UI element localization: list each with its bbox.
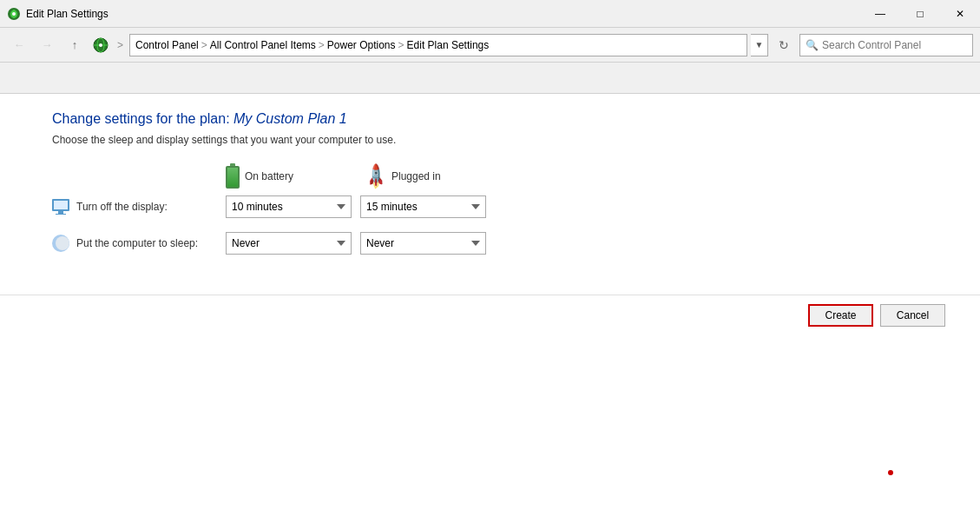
app-icon <box>7 7 21 21</box>
title-bar-controls: — □ ✕ <box>860 0 980 28</box>
search-icon: 🔍 <box>806 39 819 51</box>
main-content: Change settings for the plan: My Custom … <box>0 94 980 510</box>
sleep-plugged-select[interactable]: 1 minute 2 minutes 3 minutes 5 minutes 1… <box>360 232 486 255</box>
close-button[interactable]: ✕ <box>940 0 980 28</box>
title-bar: Edit Plan Settings — □ ✕ <box>0 0 980 28</box>
breadcrumb-dropdown[interactable]: ▼ <box>751 34 768 56</box>
page-heading: Change settings for the plan: My Custom … <box>52 111 945 127</box>
search-input[interactable] <box>822 39 967 51</box>
heading-prefix: Change settings for the plan: <box>52 111 233 126</box>
sleep-controls: 1 minute 2 minutes 3 minutes 5 minutes 1… <box>226 232 486 255</box>
svg-point-1 <box>12 12 16 16</box>
action-buttons: Create Cancel <box>0 295 980 335</box>
breadcrumb-all-items[interactable]: All Control Panel Items <box>210 39 316 51</box>
breadcrumb-control-panel[interactable]: Control Panel <box>135 39 199 51</box>
maximize-button[interactable]: □ <box>900 0 940 28</box>
red-dot <box>888 470 893 475</box>
col-header-battery: On battery <box>226 163 365 189</box>
breadcrumb-current: Edit Plan Settings <box>407 39 490 51</box>
svg-point-5 <box>99 43 102 47</box>
sleep-label: Put the computer to sleep: <box>76 237 198 249</box>
plugged-icon: 🚀 <box>360 161 391 191</box>
globe-icon <box>92 36 109 54</box>
minimize-button[interactable]: — <box>860 0 900 28</box>
display-plugged-select[interactable]: 1 minute 2 minutes 3 minutes 5 minutes 1… <box>360 195 486 218</box>
back-button[interactable]: ← <box>7 33 31 57</box>
setting-label-area-display: Turn off the display: <box>52 199 226 215</box>
display-battery-select[interactable]: 1 minute 2 minutes 3 minutes 5 minutes 1… <box>226 195 352 218</box>
refresh-button[interactable]: ↻ <box>772 33 796 57</box>
setting-row-display: Turn off the display: 1 minute 2 minutes… <box>52 195 945 218</box>
sleep-icon <box>52 235 69 252</box>
content-area: Change settings for the plan: My Custom … <box>0 94 980 286</box>
breadcrumb-power-options[interactable]: Power Options <box>327 39 396 51</box>
plugged-label: Plugged in <box>391 170 441 182</box>
title-bar-title: Edit Plan Settings <box>26 8 109 20</box>
sleep-battery-select[interactable]: 1 minute 2 minutes 3 minutes 5 minutes 1… <box>226 232 352 255</box>
page-description: Choose the sleep and display settings th… <box>52 134 945 146</box>
column-headers: On battery 🚀 Plugged in <box>226 163 945 189</box>
toolbar <box>0 63 980 94</box>
cancel-button[interactable]: Cancel <box>880 304 945 327</box>
breadcrumb-sep-0: > <box>117 39 123 51</box>
up-button[interactable]: ↑ <box>62 33 87 57</box>
title-bar-left: Edit Plan Settings <box>7 7 109 21</box>
create-button[interactable]: Create <box>808 304 873 327</box>
setting-label-area-sleep: Put the computer to sleep: <box>52 235 226 252</box>
col-header-plugged: 🚀 Plugged in <box>365 163 503 189</box>
address-breadcrumb[interactable]: Control Panel > All Control Panel Items … <box>129 34 747 56</box>
address-bar: ← → ↑ > Control Panel > All Control Pane… <box>0 28 980 63</box>
setting-row-sleep: Put the computer to sleep: 1 minute 2 mi… <box>52 232 945 255</box>
search-box: 🔍 <box>799 34 973 56</box>
display-icon <box>52 199 69 215</box>
forward-button[interactable]: → <box>35 33 59 57</box>
battery-icon <box>226 163 240 189</box>
display-controls: 1 minute 2 minutes 3 minutes 5 minutes 1… <box>226 195 486 218</box>
display-label: Turn off the display: <box>76 201 168 213</box>
battery-label: On battery <box>245 170 293 182</box>
heading-plan: My Custom Plan 1 <box>233 111 347 126</box>
